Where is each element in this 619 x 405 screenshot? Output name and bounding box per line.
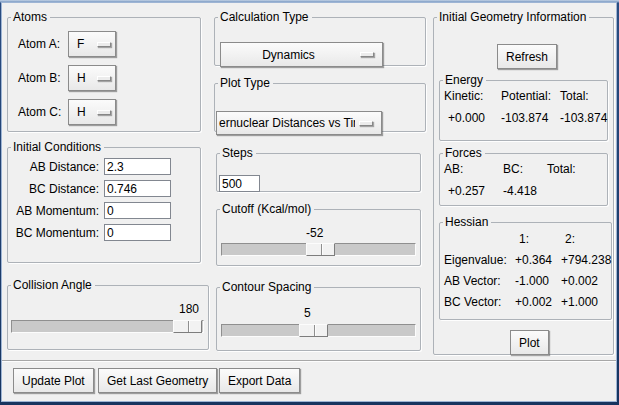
cutoff-group: Cutoff (Kcal/mol) -52 bbox=[216, 203, 421, 266]
ab-distance-label: AB Distance: bbox=[8, 160, 104, 174]
initial-conditions-group: Initial Conditions AB Distance: BC Dista… bbox=[7, 141, 201, 263]
atom-c-row: Atom C: H bbox=[18, 99, 200, 125]
energy-legend: Energy bbox=[443, 74, 486, 86]
calculation-type-group: Calculation Type Dynamics bbox=[214, 11, 426, 66]
forces-ab-value: +0.257 bbox=[444, 184, 503, 198]
hessian-eigenvalue-label: Eigenvalue: bbox=[444, 253, 515, 267]
contour-spacing-group: Contour Spacing 5 bbox=[216, 281, 421, 351]
ab-momentum-input[interactable] bbox=[104, 202, 171, 219]
bc-distance-row: BC Distance: bbox=[8, 180, 196, 197]
forces-header-total: Total: bbox=[547, 162, 607, 176]
option-menu-dash-icon bbox=[97, 76, 111, 81]
bc-distance-label: BC Distance: bbox=[8, 182, 104, 196]
forces-header-ab: AB: bbox=[444, 162, 503, 176]
atom-a-row: Atom A: F bbox=[18, 31, 200, 57]
collision-angle-legend: Collision Angle bbox=[11, 279, 95, 291]
contour-spacing-slider-thumb[interactable] bbox=[299, 324, 328, 337]
option-menu-dash-icon bbox=[97, 110, 111, 115]
hessian-legend: Hessian bbox=[443, 216, 491, 228]
energy-header-total: Total: bbox=[560, 89, 607, 103]
contour-spacing-legend: Contour Spacing bbox=[220, 281, 314, 293]
bc-momentum-input[interactable] bbox=[104, 224, 171, 241]
plot-type-group: Plot Type ernuclear Distances vs Time bbox=[214, 77, 426, 132]
update-plot-button[interactable]: Update Plot bbox=[13, 368, 94, 393]
collision-angle-group: Collision Angle 180 bbox=[7, 279, 209, 350]
plot-type-legend: Plot Type bbox=[218, 77, 273, 89]
forces-legend: Forces bbox=[443, 147, 485, 159]
energy-header-kinetic: Kinetic: bbox=[444, 89, 501, 103]
forces-header-bc: BC: bbox=[503, 162, 547, 176]
plot-button[interactable]: Plot bbox=[510, 330, 549, 355]
forces-table: AB: BC: Total: +0.257 -4.418 bbox=[440, 159, 607, 198]
collision-angle-value: 180 bbox=[179, 302, 199, 316]
hessian-ab-vector-1: -1.000 bbox=[515, 274, 561, 288]
cutoff-value: -52 bbox=[306, 226, 323, 240]
bc-distance-input[interactable] bbox=[104, 180, 171, 197]
forces-total-value bbox=[547, 184, 607, 198]
ab-momentum-label: AB Momentum: bbox=[8, 204, 104, 218]
atom-c-dash-zone bbox=[93, 100, 115, 124]
cutoff-legend: Cutoff (Kcal/mol) bbox=[220, 203, 314, 215]
hessian-eigenvalue-1: +0.364 bbox=[515, 253, 561, 267]
plot-type-option-menu[interactable]: ernuclear Distances vs Time bbox=[216, 111, 382, 135]
atoms-group: Atoms Atom A: F Atom B: H Atom C: H bbox=[7, 11, 201, 132]
ab-momentum-row: AB Momentum: bbox=[8, 202, 196, 219]
energy-kinetic-value: +0.000 bbox=[444, 111, 501, 125]
hessian-eigenvalue-2: +794.238 bbox=[561, 253, 611, 267]
atoms-legend: Atoms bbox=[11, 11, 50, 23]
plot-type-value: ernuclear Distances vs Time bbox=[219, 116, 370, 130]
hessian-corner-cell bbox=[444, 232, 515, 246]
calculation-type-option-menu[interactable]: Dynamics bbox=[220, 42, 383, 67]
contour-spacing-value: 5 bbox=[304, 306, 311, 320]
contour-spacing-slider-trough[interactable] bbox=[221, 324, 416, 337]
get-last-geometry-button[interactable]: Get Last Geometry bbox=[98, 368, 217, 393]
ab-distance-row: AB Distance: bbox=[8, 158, 196, 175]
export-data-button[interactable]: Export Data bbox=[219, 368, 300, 393]
atom-b-value: H bbox=[77, 71, 86, 85]
cutoff-slider-thumb[interactable] bbox=[306, 243, 335, 256]
hessian-table: 1: 2: Eigenvalue: +0.364 +794.238 AB Vec… bbox=[440, 228, 611, 309]
hessian-col1-header: 1: bbox=[515, 232, 561, 246]
collision-angle-slider-thumb[interactable] bbox=[173, 320, 202, 333]
initial-geometry-information-group: Initial Geometry Information Refresh Ene… bbox=[433, 11, 614, 355]
collision-angle-slider-trough[interactable] bbox=[11, 320, 204, 333]
cutoff-slider-trough[interactable] bbox=[221, 243, 416, 256]
steps-input[interactable] bbox=[219, 175, 260, 192]
option-menu-dash-icon bbox=[359, 121, 373, 126]
atom-b-option-menu[interactable]: H bbox=[68, 65, 116, 91]
bc-momentum-label: BC Momentum: bbox=[8, 226, 104, 240]
calculation-type-legend: Calculation Type bbox=[218, 11, 312, 23]
energy-total-value: -103.874 bbox=[560, 111, 607, 125]
refresh-button[interactable]: Refresh bbox=[497, 44, 557, 69]
hessian-ab-vector-2: +0.002 bbox=[561, 274, 611, 288]
atom-c-value: H bbox=[77, 105, 86, 119]
ab-distance-input[interactable] bbox=[104, 158, 171, 175]
steps-group: Steps bbox=[216, 147, 421, 192]
forces-group: Forces AB: BC: Total: +0.257 -4.418 bbox=[439, 147, 608, 206]
forces-bc-value: -4.418 bbox=[503, 184, 547, 198]
atom-b-label: Atom B: bbox=[18, 71, 68, 85]
energy-header-potential: Potential: bbox=[501, 89, 560, 103]
bottom-separator bbox=[2, 360, 616, 362]
option-menu-dash-icon bbox=[97, 42, 111, 47]
atom-a-value: F bbox=[77, 37, 84, 51]
plot-type-dash-zone bbox=[355, 112, 381, 134]
option-menu-dash-icon bbox=[360, 52, 374, 57]
steps-legend: Steps bbox=[220, 147, 256, 159]
energy-table: Kinetic: Potential: Total: +0.000 -103.8… bbox=[440, 86, 607, 125]
initial-conditions-legend: Initial Conditions bbox=[11, 141, 104, 153]
bc-momentum-row: BC Momentum: bbox=[8, 224, 196, 241]
window-frame: Atoms Atom A: F Atom B: H Atom C: H bbox=[0, 0, 619, 405]
hessian-ab-vector-label: AB Vector: bbox=[444, 274, 515, 288]
energy-group: Energy Kinetic: Potential: Total: +0.000… bbox=[439, 74, 608, 141]
atom-a-option-menu[interactable]: F bbox=[68, 31, 116, 57]
atom-b-row: Atom B: H bbox=[18, 65, 200, 91]
atom-c-option-menu[interactable]: H bbox=[68, 99, 116, 125]
atom-c-label: Atom C: bbox=[18, 105, 68, 119]
atom-a-label: Atom A: bbox=[18, 37, 68, 51]
window-content: Atoms Atom A: F Atom B: H Atom C: H bbox=[2, 3, 616, 401]
hessian-col2-header: 2: bbox=[561, 232, 611, 246]
initial-geometry-information-legend: Initial Geometry Information bbox=[437, 11, 589, 23]
hessian-bc-vector-2: +1.000 bbox=[561, 295, 611, 309]
atom-a-dash-zone bbox=[93, 32, 115, 56]
